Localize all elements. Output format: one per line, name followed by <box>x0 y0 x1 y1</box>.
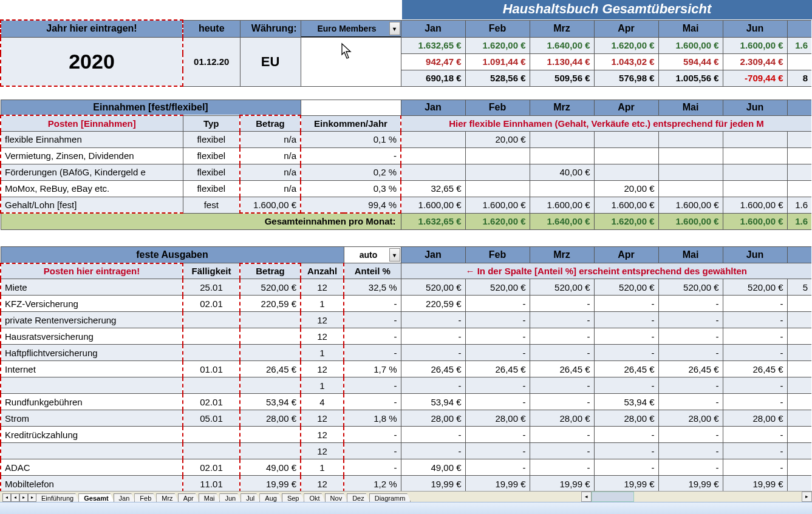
month-cell[interactable]: - <box>530 377 594 394</box>
posten-cell[interactable]: Vermietung, Zinsen, Dividenden <box>1 147 183 164</box>
month-cell[interactable]: - <box>401 427 465 443</box>
month-cell[interactable]: - <box>594 345 658 361</box>
month-cell[interactable] <box>530 147 594 164</box>
betrag-cell[interactable]: n/a <box>240 164 301 180</box>
month-cell[interactable]: - <box>465 459 530 476</box>
month-cell[interactable]: 19,99 € <box>658 476 723 492</box>
month-cell[interactable] <box>401 131 465 147</box>
faelligkeit-cell[interactable]: 01.01 <box>183 361 240 377</box>
month-cell[interactable]: - <box>594 377 658 394</box>
month-cell[interactable]: - <box>594 459 658 476</box>
betrag-cell[interactable] <box>240 312 301 328</box>
betrag-cell[interactable]: 28,00 € <box>240 410 301 427</box>
month-cell[interactable]: - <box>658 345 723 361</box>
currency-option[interactable]: Euro Members <box>302 37 401 38</box>
betrag-cell[interactable]: n/a <box>240 131 301 147</box>
month-cell[interactable]: 32,65 € <box>401 180 465 197</box>
tab-sep[interactable]: Sep <box>282 493 305 502</box>
posten-cell[interactable]: Rundfunkgebühren <box>1 394 183 410</box>
einkommen-cell[interactable]: 0,3 % <box>301 180 401 197</box>
posten-cell[interactable]: Förderungen (BAföG, Kindergeld e <box>1 164 183 180</box>
anteil-cell[interactable]: 1,2 % <box>344 476 401 492</box>
betrag-cell[interactable]: n/a <box>240 147 301 164</box>
month-cell[interactable]: - <box>658 459 723 476</box>
month-cell[interactable] <box>787 394 811 410</box>
month-cell[interactable]: - <box>401 345 465 361</box>
month-cell[interactable] <box>401 164 465 180</box>
month-cell[interactable] <box>401 147 465 164</box>
month-cell[interactable]: 28,00 € <box>723 410 787 427</box>
betrag-cell[interactable]: 520,00 € <box>240 279 301 296</box>
einkommen-cell[interactable]: 0,1 % <box>301 131 401 147</box>
einkommen-cell[interactable]: 99,4 % <box>301 197 401 213</box>
month-cell[interactable]: 26,45 € <box>723 361 787 377</box>
posten-cell[interactable]: Hausratsversicherung <box>1 328 183 345</box>
typ-cell[interactable]: flexibel <box>183 164 240 180</box>
month-cell[interactable]: 53,94 € <box>401 394 465 410</box>
anzahl-cell[interactable]: 1 <box>301 345 344 361</box>
typ-cell[interactable]: fest <box>183 197 240 213</box>
posten-cell[interactable]: Haftpflichtversicherung <box>1 345 183 361</box>
betrag-cell[interactable] <box>240 377 301 394</box>
year-input[interactable]: 2020 <box>1 37 183 86</box>
month-cell[interactable]: - <box>658 443 723 459</box>
month-cell[interactable]: 19,99 € <box>723 476 787 492</box>
posten-cell[interactable]: Gehalt/Lohn [fest] <box>1 197 183 213</box>
faelligkeit-cell[interactable] <box>183 345 240 361</box>
month-cell[interactable]: 53,94 € <box>594 394 658 410</box>
month-cell[interactable] <box>658 131 723 147</box>
tab-jan[interactable]: Jan <box>114 493 135 502</box>
month-cell[interactable] <box>787 328 811 345</box>
tab-einführung[interactable]: Einführung <box>36 493 79 502</box>
month-cell[interactable] <box>787 345 811 361</box>
anteil-cell[interactable]: - <box>344 377 401 394</box>
month-cell[interactable]: - <box>465 345 530 361</box>
month-cell[interactable]: 28,00 € <box>530 410 594 427</box>
month-cell[interactable]: 520,00 € <box>401 279 465 296</box>
month-cell[interactable] <box>465 180 530 197</box>
anteil-cell[interactable]: - <box>344 296 401 312</box>
month-cell[interactable]: 520,00 € <box>465 279 530 296</box>
month-cell[interactable]: 28,00 € <box>658 410 723 427</box>
month-cell[interactable] <box>594 147 658 164</box>
month-cell[interactable] <box>658 164 723 180</box>
month-cell[interactable]: - <box>723 377 787 394</box>
posten-cell[interactable]: Miete <box>1 279 183 296</box>
month-cell[interactable]: 49,00 € <box>401 459 465 476</box>
month-cell[interactable]: 19,99 € <box>401 476 465 492</box>
betrag-cell[interactable] <box>240 427 301 443</box>
anteil-cell[interactable]: 1,7 % <box>344 361 401 377</box>
betrag-cell[interactable]: 53,94 € <box>240 394 301 410</box>
month-cell[interactable]: 1.600,00 € <box>723 197 787 213</box>
anteil-cell[interactable]: - <box>344 328 401 345</box>
month-cell[interactable]: - <box>723 443 787 459</box>
anteil-cell[interactable]: - <box>344 443 401 459</box>
month-cell[interactable]: 520,00 € <box>723 279 787 296</box>
month-cell[interactable] <box>723 164 787 180</box>
betrag-cell[interactable]: 1.600,00 € <box>240 197 301 213</box>
month-cell[interactable]: 26,45 € <box>401 361 465 377</box>
month-cell[interactable]: - <box>401 312 465 328</box>
month-cell[interactable]: 20,00 € <box>594 180 658 197</box>
anteil-cell[interactable]: 32,5 % <box>344 279 401 296</box>
faelligkeit-cell[interactable] <box>183 443 240 459</box>
month-cell[interactable] <box>465 147 530 164</box>
month-cell[interactable] <box>787 459 811 476</box>
month-cell[interactable] <box>787 443 811 459</box>
anzahl-cell[interactable]: 12 <box>301 312 344 328</box>
anteil-cell[interactable]: 1,8 % <box>344 410 401 427</box>
posten-cell[interactable]: Internet <box>1 361 183 377</box>
month-cell[interactable] <box>787 296 811 312</box>
month-cell[interactable]: - <box>594 443 658 459</box>
month-cell[interactable]: 520,00 € <box>530 279 594 296</box>
chevron-down-icon[interactable] <box>389 22 400 35</box>
currency-dropdown[interactable]: Euro Members UK USA Canada Australia Chi… <box>301 36 401 38</box>
month-cell[interactable]: 40,00 € <box>530 164 594 180</box>
month-cell[interactable]: - <box>594 296 658 312</box>
month-cell[interactable] <box>658 147 723 164</box>
month-cell[interactable]: 1.600,00 € <box>401 197 465 213</box>
month-cell[interactable]: 520,00 € <box>658 279 723 296</box>
month-cell[interactable]: - <box>465 394 530 410</box>
month-cell[interactable]: - <box>401 377 465 394</box>
month-cell[interactable]: - <box>401 443 465 459</box>
